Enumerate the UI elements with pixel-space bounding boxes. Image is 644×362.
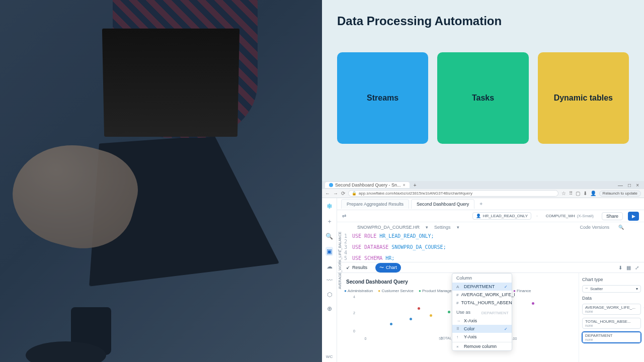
search-editor-icon[interactable]: 🔍 (618, 225, 624, 230)
sidebar-account-badge[interactable]: WC (326, 354, 333, 362)
sql-editor[interactable]: › 1USE ROLE HR_LEAD_READ_ONLY; 2 3USE DA… (337, 232, 644, 262)
browser-tab-title: Second Dashboard Query - Sn... (335, 183, 401, 188)
pill-sub: none (585, 324, 638, 327)
data-pill-avg[interactable]: AVERAGE_WORK_LIFE_... none ⇅ (582, 304, 641, 315)
chart-area: Second Dashboard Query Administration Cu… (337, 273, 644, 362)
chart-label: Chart (386, 265, 397, 270)
use-as-xaxis[interactable]: → X-Axis DEPARTMENT (452, 317, 512, 325)
warehouse-selector[interactable]: COMPUTE_WH (X-Small) (543, 213, 597, 219)
number-type-icon: # (456, 293, 458, 297)
legend-item: Finance (513, 289, 531, 293)
tab-second-dashboard[interactable]: Second Dashboard Query (411, 199, 474, 209)
warehouse-size: (X-Small) (577, 214, 594, 218)
browser-window: Second Dashboard Query - Sn... × + — □ ×… (322, 181, 644, 362)
card-tasks[interactable]: Tasks (437, 52, 528, 144)
sidebar-admin-icon[interactable]: ⬡ (327, 291, 332, 298)
worksheet-tabs: Prepare Aggregated Results Second Dashbo… (337, 198, 644, 210)
use-as-color[interactable]: ⠿ Color ✓ (452, 325, 512, 333)
check-icon: ✓ (504, 327, 508, 331)
window-maximize-icon[interactable]: □ (628, 183, 631, 188)
window-controls: — □ × (618, 183, 641, 188)
use-as-yaxis[interactable]: ↑ Y-Axis (452, 333, 512, 341)
number-type-icon: # (456, 301, 458, 305)
chevron-down-icon[interactable]: ▾ (426, 225, 428, 230)
nav-back-icon[interactable]: ← (325, 191, 330, 196)
dropdown-header: Column (452, 274, 512, 283)
results-tab[interactable]: ↙ Results (342, 263, 371, 272)
use-as-label: X-Axis (464, 318, 477, 323)
pill-sub: none (585, 310, 638, 313)
chart-icon: 〜 (379, 264, 384, 271)
y-tick: 2 (353, 311, 355, 315)
download-results-icon[interactable]: ⬇ (618, 265, 622, 270)
sidebar-worksheets-icon[interactable]: ▣ (326, 247, 333, 256)
y-tick: 4 (353, 295, 355, 299)
nav-forward-icon[interactable]: → (333, 191, 338, 196)
settings-link[interactable]: Settings (434, 225, 451, 230)
scatter-point[interactable] (448, 311, 450, 313)
new-tab-button[interactable]: + (412, 183, 419, 188)
x-tick: 50 (439, 337, 443, 340)
role-selector[interactable]: 👤 HR_LEAD_READ_ONLY (472, 212, 531, 220)
run-button[interactable]: ▶ (628, 212, 639, 221)
sidebar-activity-icon[interactable]: 〰 (327, 277, 333, 284)
grid-view-icon[interactable]: ▦ (626, 265, 631, 270)
scatter-point[interactable] (418, 307, 420, 310)
dropdown-item-label: DEPARTMENT (464, 284, 495, 289)
profile-icon[interactable]: 👤 (590, 191, 596, 196)
cast-icon[interactable]: ▢ (576, 191, 580, 196)
swap-icon[interactable]: ⇄ (342, 213, 346, 219)
remove-column[interactable]: × Remove column (452, 342, 512, 350)
dropdown-item-label: TOTAL_HOURS_ABSEN (461, 300, 512, 305)
browser-tab[interactable]: Second Dashboard Query - Sn... × (325, 182, 410, 188)
scatter-point[interactable] (430, 314, 432, 317)
window-minimize-icon[interactable]: — (618, 183, 623, 188)
sidebar-search-icon[interactable]: 🔍 (326, 233, 333, 240)
pill-name: DEPARTMENT (585, 333, 638, 338)
scatter-icon: ⠒ (585, 287, 588, 291)
code-versions-link[interactable]: Code Versions (580, 225, 609, 230)
chart-type-select[interactable]: ⠒ Scatter ▾ (582, 285, 641, 293)
extensions-icon[interactable]: ⠿ (569, 191, 573, 196)
data-pill-hours[interactable]: TOTAL_HOURS_ABSE... none + (582, 318, 641, 329)
sidebar-data-icon[interactable]: ☁ (327, 263, 333, 270)
tab-prepare-aggregated[interactable]: Prepare Aggregated Results (341, 199, 409, 209)
scatter-point[interactable] (532, 302, 534, 305)
add-worksheet-button[interactable]: + (476, 201, 486, 207)
app-main: Prepare Aggregated Results Second Dashbo… (337, 198, 644, 362)
yaxis-icon: ↑ (456, 335, 461, 339)
download-icon[interactable]: ⬇ (583, 191, 587, 196)
chart-config-panel: Chart type ⠒ Scatter ▾ Data AVERAGE_WORK… (579, 273, 644, 362)
nav-reload-icon[interactable]: ⟳ (341, 191, 345, 196)
close-tab-icon[interactable]: × (403, 183, 406, 188)
scatter-point[interactable] (410, 318, 412, 320)
address-bar[interactable]: 🔒 app.snowflake.com/klaxbz/ol23815/w1bAN… (348, 190, 558, 197)
dropdown-item-hours[interactable]: # TOTAL_HOURS_ABSEN (452, 299, 512, 307)
card-dynamic-tables[interactable]: Dynamic tables (538, 52, 629, 144)
text-type-icon: A (456, 285, 461, 289)
chart-tab[interactable]: 〜 Chart (375, 263, 401, 273)
snowflake-logo-icon[interactable]: ❄ (327, 202, 333, 210)
chevron-down-icon[interactable]: ▾ (457, 225, 459, 230)
identifier: SNOWPRO_DA_COURSE; (391, 244, 446, 250)
browser-tabstrip: Second Dashboard Query - Sn... × + — □ × (322, 181, 644, 189)
window-close-icon[interactable]: × (636, 183, 639, 188)
ghost-label: DEPARTMENT (481, 311, 509, 315)
scatter-point[interactable] (390, 323, 392, 325)
star-icon[interactable]: ☆ (561, 191, 566, 196)
schema-crumb[interactable]: SNOWPRO_DA_COURSE.HR (357, 225, 420, 230)
results-icon: ↙ (346, 265, 350, 270)
sidebar-plus-icon[interactable]: ＋ (327, 217, 333, 226)
slide-heading: Data Processing Automation (337, 14, 629, 28)
url-text: app.snowflake.com/klaxbz/ol23815/w1bANG3… (359, 191, 472, 196)
share-button[interactable]: Share (602, 212, 623, 220)
expand-icon[interactable]: ⤢ (635, 265, 639, 270)
sidebar-help-icon[interactable]: ⊕ (327, 305, 332, 312)
dropdown-item-avg[interactable]: # AVERAGE_WORK_LIFE_I (452, 291, 512, 299)
dropdown-item-department[interactable]: A DEPARTMENT ✓ (452, 283, 512, 291)
card-streams[interactable]: Streams (337, 52, 428, 144)
data-pill-department[interactable]: DEPARTMENT none (582, 332, 641, 343)
column-dropdown: Column A DEPARTMENT ✓ # AVERAGE_WORK_LIF… (452, 273, 512, 351)
relaunch-button[interactable]: Relaunch to update (599, 191, 641, 197)
remove-label: Remove column (464, 344, 497, 349)
